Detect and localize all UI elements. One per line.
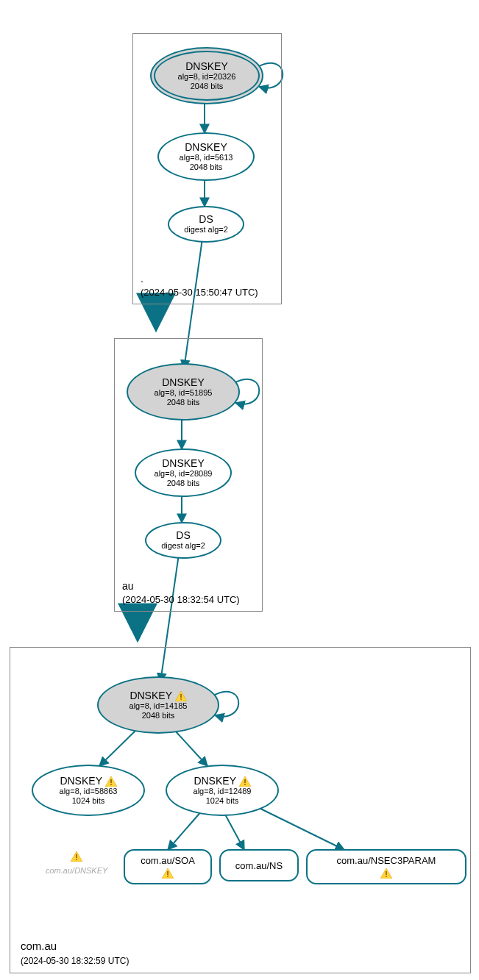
node-line2: 2048 bits [167,398,200,407]
node-line1: alg=8, id=5613 [180,153,233,162]
svg-rect-17 [244,779,246,783]
node-title: DNSKEY [162,457,205,469]
warning-icon [239,776,251,787]
node-title: DNSKEY [162,376,205,388]
warning-icon [162,868,174,879]
svg-rect-16 [110,784,112,785]
node-au-zsk: DNSKEY alg=8, id=28089 2048 bits [135,448,232,497]
warning-icon [175,691,187,701]
svg-rect-14 [180,698,182,700]
rr-soa: com.au/SOA [124,849,212,884]
node-comau-z1: DNSKEY alg=8, id=58863 1024 bits [32,765,145,816]
svg-rect-21 [167,871,168,875]
node-line1: alg=8, id=14185 [129,701,188,711]
zone-root-label: . [141,273,143,285]
node-title: DNSKEY [129,690,186,701]
svg-rect-15 [110,779,112,783]
node-comau-ksk: DNSKEY alg=8, id=14185 2048 bits [97,676,219,734]
zone-au-time: (2024-05-30 18:32:54 UTC) [122,594,240,605]
warning-icon [380,868,392,879]
warning-icon [71,851,82,862]
zone-comau-time: (2024-05-30 18:32:59 UTC) [21,956,129,966]
node-line2: 2048 bits [167,479,200,488]
zone-comau-label: com.au [21,940,57,952]
node-line1: alg=8, id=12489 [194,787,252,796]
svg-rect-23 [386,871,387,875]
node-root-zsk: DNSKEY alg=8, id=5613 2048 bits [157,132,255,181]
node-au-ksk: DNSKEY alg=8, id=51895 2048 bits [127,363,240,421]
svg-rect-22 [167,876,168,877]
node-title: DS [199,213,213,225]
svg-rect-18 [244,784,246,785]
dangling-label: com.au/DNSKEY [46,866,107,875]
rr-label: com.au/NSEC3PARAM [337,855,436,866]
node-comau-z2: DNSKEY alg=8, id=12489 1024 bits [166,765,279,816]
node-line2: 1024 bits [72,796,105,806]
node-line1: alg=8, id=51895 [155,388,213,398]
rr-ns: com.au/NS [219,849,299,881]
node-line1: alg=8, id=28089 [155,469,213,479]
node-au-ds: DS digest alg=2 [145,522,221,559]
zone-au-label: au [122,580,134,592]
rr-label: com.au/NS [235,860,283,871]
node-root-ksk: DNSKEY alg=8, id=20326 2048 bits [150,47,263,104]
node-line1: digest alg=2 [184,225,228,235]
rr-nsec3param: com.au/NSEC3PARAM [306,849,466,884]
node-title: DNSKEY [60,775,116,787]
node-title: DNSKEY [185,141,227,153]
node-line1: alg=8, id=58863 [60,787,118,796]
warning-icon [105,776,117,787]
node-title: DNSKEY [185,60,228,72]
svg-rect-13 [180,694,182,698]
rr-label: com.au/SOA [141,855,195,866]
node-line2: 2048 bits [190,162,223,172]
node-line1: digest alg=2 [161,541,205,551]
node-line1: alg=8, id=20326 [178,72,236,82]
node-title: DNSKEY [194,775,250,787]
svg-rect-19 [76,854,77,858]
node-root-ds: DS digest alg=2 [168,206,244,243]
dangling-dnskey: com.au/DNSKEY [46,851,107,876]
node-line2: 2048 bits [142,711,175,720]
svg-rect-24 [386,876,387,877]
svg-rect-20 [76,859,77,860]
node-title: DS [176,529,190,541]
zone-root-time: (2024-05-30 15:50:47 UTC) [141,287,258,298]
node-line2: 2048 bits [191,82,224,91]
node-line2: 1024 bits [206,796,239,806]
